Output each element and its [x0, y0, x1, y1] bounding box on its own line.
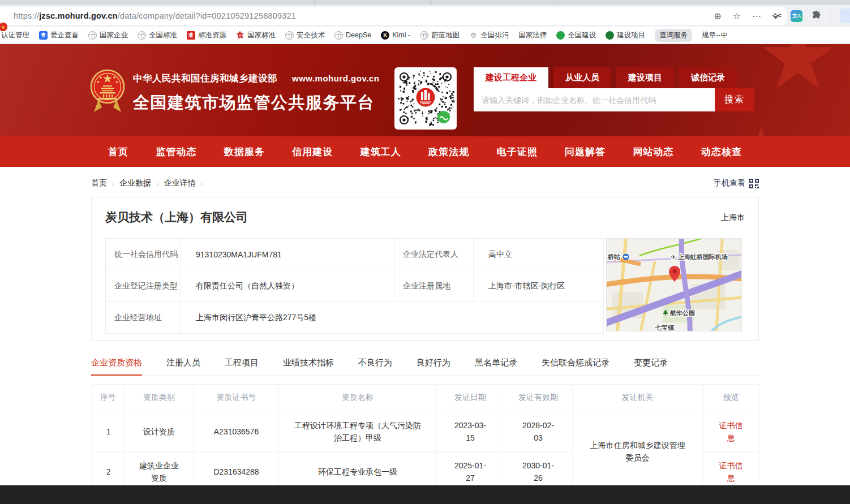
nav-site-news[interactable]: 网站动态	[633, 145, 674, 158]
bookmark-item[interactable]: DeepSe	[334, 31, 371, 40]
reg-type-value: 有限责任公司（自然人独资）	[181, 270, 394, 302]
svg-text:航华公园: 航华公园	[669, 309, 695, 316]
search-button[interactable]: 搜索	[715, 88, 754, 111]
bookmark-item[interactable]: 查爱企查首	[39, 31, 79, 40]
nav-home[interactable]: 首页	[108, 145, 128, 158]
col-seq: 序号	[92, 385, 125, 411]
nav-supervision[interactable]: 监管动态	[156, 145, 196, 158]
address-bar[interactable]: https://jzsc.mohurd.gov.cn/data/company/…	[0, 7, 787, 25]
bookmark-item[interactable]: 国家企业	[88, 31, 128, 40]
breadcrumb: 首页 › 企业数据 › 企业详情 › 手机查看	[91, 178, 759, 188]
extensions-puzzle-icon[interactable]	[811, 10, 822, 21]
bookmark-item[interactable]: 安全技术	[285, 31, 325, 40]
flag-star-decoration	[761, 44, 835, 95]
mobile-view-link[interactable]: 手机查看	[714, 178, 759, 188]
bookmark-item[interactable]: 食国家标准	[236, 31, 276, 40]
bookmark-item-active[interactable]: ★查询服务	[655, 29, 692, 42]
svg-text:七宝镇: 七宝镇	[655, 324, 675, 331]
bookmark-item[interactable]: 认证管理	[1, 31, 29, 40]
gear-favicon: ⚙	[469, 31, 478, 40]
search-tab-project[interactable]: 建设项目	[616, 67, 674, 88]
credit-code-label: 统一社会信用代码	[106, 239, 181, 270]
taskbar-strip	[0, 485, 850, 504]
nav-data-service[interactable]: 数据服务	[224, 145, 265, 158]
main-nav: 首页 监管动态 数据服务 信用建设 建筑工人 政策法规 电子证照 问题解答 网站…	[0, 136, 850, 167]
detail-tabs: 企业资质资格 注册人员 工程项目 业绩技术指标 不良行为 良好行为 黑名单记录 …	[91, 357, 759, 376]
nav-credit[interactable]: 信用建设	[292, 145, 333, 158]
nav-faq[interactable]: 问题解答	[565, 145, 606, 158]
search-module: 建设工程企业 从业人员 建设项目 诚信记录 搜索	[474, 67, 754, 111]
certificate-info-link[interactable]: 证书信息	[719, 461, 743, 483]
site-header: 中华人民共和国住房和城乡建设部www.mohurd.gov.cn 全国建筑市场监…	[0, 44, 850, 136]
wechat-qr-code	[394, 67, 457, 130]
ministry-line: 中华人民共和国住房和城乡建设部www.mohurd.gov.cn	[133, 72, 379, 85]
company-card: 炭贝技术（上海）有限公司 上海市 统一社会信用代码 91310230MA1JUF…	[91, 197, 759, 341]
bookmark-item[interactable]: KKimi -	[381, 31, 410, 40]
breadcrumb-home[interactable]: 首页	[91, 178, 107, 188]
tab-projects[interactable]: 工程项目	[225, 357, 259, 376]
tab-qualifications[interactable]: 企业资质资格	[91, 357, 142, 376]
table-row: 企业经营地址 上海市闵行区沪青平公路277号5楼	[106, 302, 604, 334]
tab-good-behavior[interactable]: 良好行为	[417, 357, 450, 376]
screenshot-scissors-icon[interactable]: ✂	[774, 10, 782, 22]
tab-blacklist[interactable]: 黑名单记录	[475, 357, 517, 376]
favicon: 查	[39, 31, 48, 40]
address-label: 企业经营地址	[106, 302, 181, 334]
col-name: 资质名称	[279, 385, 437, 411]
company-name: 炭贝技术（上海）有限公司	[105, 209, 248, 225]
nav-policy[interactable]: 政策法规	[428, 145, 469, 158]
divider	[831, 11, 831, 21]
bookmark-item[interactable]: 蔚蓝地图	[420, 31, 460, 40]
breadcrumb-company-data[interactable]: 企业数据	[119, 178, 151, 188]
col-preview: 预览	[703, 385, 759, 411]
svg-text:上海虹桥国际机场: 上海虹桥国际机场	[677, 253, 728, 260]
search-tab-personnel[interactable]: 从业人员	[553, 67, 611, 88]
search-input[interactable]	[474, 88, 715, 111]
more-actions-icon[interactable]: ⋯	[752, 11, 761, 21]
tab-dishonesty[interactable]: 失信联合惩戒记录	[542, 357, 609, 376]
col-issuer: 发证机关	[573, 385, 703, 411]
bookmark-item[interactable]: ⚙全国排污	[469, 31, 509, 40]
location-map[interactable]: ✈ 上海虹桥国际机场 桥站 航华公园 七宝镇	[606, 238, 742, 331]
search-tab-enterprise[interactable]: 建设工程企业	[474, 67, 548, 88]
tab-performance[interactable]: 业绩技术指标	[283, 357, 334, 376]
profile-avatar[interactable]	[840, 8, 850, 23]
bookmark-item[interactable]: 全国标准	[138, 31, 177, 40]
national-emblem-logo	[90, 67, 125, 120]
bookmark-star-icon[interactable]: ☆	[733, 11, 741, 21]
url-text[interactable]: https://jzsc.mohurd.gov.cn/data/company/…	[14, 11, 296, 20]
nav-workers[interactable]: 建筑工人	[360, 145, 401, 158]
favicon	[556, 31, 565, 40]
browser-url-row: https://jzsc.mohurd.gov.cn/data/company/…	[0, 5, 850, 27]
tab-registered-personnel[interactable]: 注册人员	[166, 357, 200, 376]
table-row: 统一社会信用代码 91310230MA1JUFM781 企业法定代表人 高中立	[106, 239, 604, 270]
bookmark-item[interactable]: 建设项目	[606, 31, 645, 40]
tab-change-records[interactable]: 变更记录	[634, 357, 668, 376]
table-row: 1 设计资质 A231036576 工程设计环境工程专项（大气污染防治工程）甲级…	[92, 411, 759, 452]
table-row: 企业登记注册类型 有限责任公司（自然人独资） 企业注册属地 上海市-市辖区-闵行…	[106, 270, 604, 302]
site-title: 全国建筑市场监管公共服务平台	[133, 92, 379, 114]
credit-code-value: 91310230MA1JUFM781	[181, 239, 394, 270]
nav-e-license[interactable]: 电子证照	[497, 145, 538, 158]
favicon	[606, 31, 614, 40]
collections-icon[interactable]: ⊕	[714, 11, 721, 21]
bookmark-item[interactable]: 准标准资源	[187, 31, 226, 40]
issuer-cell: 上海市住房和城乡建设管理委员会	[573, 411, 703, 492]
search-tab-credit[interactable]: 诚信记录	[679, 67, 737, 88]
qualification-table: 序号 资质类别 资质证书号 资质名称 发证日期 发证有效期 发证机关 预览 1 …	[91, 384, 759, 492]
translate-icon[interactable]: 文A	[791, 10, 802, 22]
tab-bad-behavior[interactable]: 不良行为	[358, 357, 392, 376]
legal-rep-value: 高中立	[474, 239, 604, 270]
svg-text:桥站: 桥站	[607, 253, 620, 260]
nav-dynamic-check[interactable]: 动态核查	[701, 145, 742, 158]
col-cert-no: 资质证书号	[194, 385, 279, 411]
table-header-row: 序号 资质类别 资质证书号 资质名称 发证日期 发证有效期 发证机关 预览	[92, 385, 759, 411]
breadcrumb-company-detail[interactable]: 企业详情	[164, 178, 196, 188]
bookmark-item[interactable]: 全国建设	[556, 31, 596, 40]
globe-favicon	[420, 31, 428, 40]
browser-tab-strip[interactable]	[0, 0, 850, 5]
bookmark-item[interactable]: ★国家法律	[518, 31, 547, 40]
certificate-info-link[interactable]: 证书信息	[719, 421, 743, 442]
bookmark-item[interactable]: ★规章--中	[702, 31, 728, 40]
col-category: 资质类别	[125, 385, 194, 411]
